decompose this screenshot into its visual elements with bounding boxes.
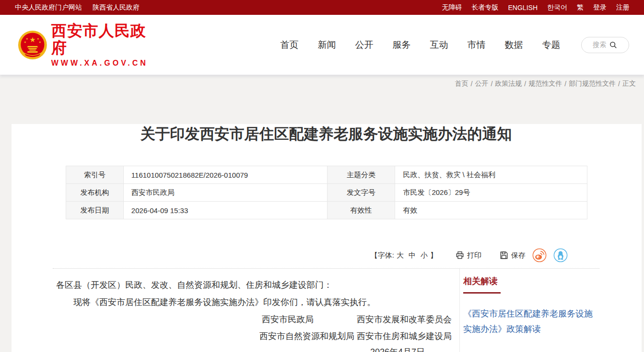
svg-text:★: ★ (39, 41, 41, 44)
meta-label-validity: 有效性 (327, 202, 395, 219)
breadcrumb: 首页 / 公开 / 政策法规 / 规范性文件 / 部门规范性文件 / 正文 (0, 75, 644, 92)
font-size-label: 【字体: (371, 251, 394, 260)
meta-value-index-no: 11610100750218682E/2026-010079 (123, 166, 327, 184)
breadcrumb-separator: / (618, 80, 620, 88)
breadcrumb-separator: / (491, 80, 492, 88)
national-emblem-icon: ★ ★ ★ ★ ★ (18, 30, 47, 60)
font-size-medium-button[interactable]: 中 (409, 251, 416, 260)
link-login[interactable]: 登录 (593, 3, 607, 12)
article-toolbar: 【字体: 大 中 小 】 打印 保存 (53, 248, 599, 269)
related-reading-panel: 相关解读 《西安市居住区配建养老服务设施实施办法》政策解读 (459, 269, 599, 352)
font-size-small-button[interactable]: 小 (421, 251, 428, 260)
printer-icon (456, 251, 464, 260)
top-bar-left-links: 中央人民政府门户网站 陕西省人民政府 (15, 3, 150, 12)
link-korean[interactable]: 한국어 (547, 3, 567, 12)
related-reading-link[interactable]: 《西安市居住区配建养老服务设施实施办法》政策解读 (463, 306, 597, 337)
breadcrumb-normative-docs[interactable]: 规范性文件 (528, 79, 562, 88)
related-reading-title: 相关解读 (463, 275, 599, 287)
site-title-block: 西安市人民政府 WWW.XA.GOV.CN (51, 22, 158, 68)
top-bar-right-links: 无障碍 长者专版 ENGLISH 한국어 繁 登录 注册 (433, 3, 630, 12)
main-nav: 首页 新闻 公开 服务 互动 市情 数据 专题 (271, 39, 570, 51)
nav-disclosure[interactable]: 公开 (355, 39, 374, 51)
document-card: 关于印发西安市居住区配建养老服务设施实施办法的通知 索引号 1161010075… (12, 124, 642, 352)
breadcrumb-policy[interactable]: 政策法规 (495, 79, 522, 88)
breadcrumb-current: 正文 (622, 79, 636, 88)
meta-row: 发布机构 西安市民政局 发文字号 市民发〔2026〕29号 (66, 184, 587, 202)
top-gov-bar: 中央人民政府门户网站 陕西省人民政府 无障碍 长者专版 ENGLISH 한국어 … (0, 0, 644, 15)
signature-date: 2026年4月7日 (56, 344, 459, 352)
breadcrumb-separator: / (564, 80, 566, 88)
nav-data[interactable]: 数据 (505, 39, 523, 51)
font-size-large-button[interactable]: 大 (397, 251, 404, 260)
related-reading-title-underline (463, 292, 501, 294)
link-register[interactable]: 注册 (616, 3, 630, 12)
link-shaanxi-gov[interactable]: 陕西省人民政府 (93, 3, 140, 12)
site-name: 西安市人民政府 (51, 22, 158, 57)
link-traditional-chinese[interactable]: 繁 (577, 3, 584, 12)
search-box[interactable]: 搜索 (581, 37, 629, 53)
print-button[interactable]: 打印 (456, 251, 481, 260)
search-icon (609, 41, 617, 49)
breadcrumb-dept-normative-docs[interactable]: 部门规范性文件 (569, 79, 616, 88)
breadcrumb-home[interactable]: 首页 (455, 79, 468, 88)
nav-news[interactable]: 新闻 (318, 39, 336, 51)
svg-text:★: ★ (29, 36, 35, 44)
nav-home[interactable]: 首页 (281, 39, 299, 51)
meta-row: 发布日期 2026-04-09 15:33 有效性 有效 (66, 202, 587, 219)
breadcrumb-separator: / (471, 80, 473, 88)
signature-line-2: 西安市自然资源和规划局 西安市住房和城乡建设局 (56, 329, 459, 344)
article-body: 各区县（开发区）民政、发改、自然资源和规划、住房和城乡建设部门： 现将《西安市居… (53, 269, 459, 352)
breadcrumb-separator: / (524, 80, 526, 88)
nav-topics[interactable]: 专题 (542, 39, 561, 51)
share-qq-icon[interactable] (553, 248, 568, 262)
nav-services[interactable]: 服务 (393, 39, 411, 51)
document-meta-table: 索引号 11610100750218682E/2026-010079 主题分类 … (66, 166, 587, 219)
svg-text:★: ★ (37, 37, 39, 40)
meta-label-issuer: 发布机构 (66, 184, 124, 202)
link-central-gov[interactable]: 中央人民政府门户网站 (15, 3, 82, 12)
site-logo[interactable]: ★ ★ ★ ★ ★ 西安市人民政府 WWW.XA.GOV.CN (18, 22, 158, 68)
font-size-control: 【字体: 大 中 小 】 (371, 251, 437, 260)
article-paragraph: 现将《西安市居住区配建养老服务设施实施办法》印发你们，请认真落实执行。 (56, 294, 459, 311)
share-weibo-icon[interactable] (532, 248, 547, 262)
meta-row: 索引号 11610100750218682E/2026-010079 主题分类 … (66, 166, 587, 184)
meta-label-publish-date: 发布日期 (66, 202, 124, 219)
meta-label-index-no: 索引号 (66, 166, 124, 184)
meta-value-validity: 有效 (395, 202, 587, 219)
article-main-row: 各区县（开发区）民政、发改、自然资源和规划、住房和城乡建设部门： 现将《西安市居… (53, 269, 599, 352)
meta-label-topic: 主题分类 (327, 166, 395, 184)
link-english[interactable]: ENGLISH (508, 4, 538, 11)
font-size-label-end: 】 (430, 251, 437, 260)
nav-city-info[interactable]: 市情 (468, 39, 486, 51)
link-accessibility[interactable]: 无障碍 (442, 3, 462, 12)
svg-text:★: ★ (24, 41, 26, 44)
document-title: 关于印发西安市居住区配建养老服务设施实施办法的通知 (53, 124, 599, 144)
meta-label-doc-number: 发文字号 (327, 184, 395, 202)
breadcrumb-disclosure[interactable]: 公开 (475, 79, 488, 88)
signature-line-1: 西安市民政局 西安市发展和改革委员会 (56, 312, 459, 328)
meta-value-topic: 民政、扶贫、救灾 \ 社会福利 (395, 166, 587, 184)
meta-value-publish-date: 2026-04-09 15:33 (123, 202, 327, 219)
search-label: 搜索 (593, 41, 606, 49)
meta-value-issuer: 西安市民政局 (123, 184, 327, 202)
link-senior-version[interactable]: 长者专版 (472, 3, 499, 12)
site-url: WWW.XA.GOV.CN (51, 59, 158, 68)
svg-text:★: ★ (26, 37, 28, 40)
nav-interaction[interactable]: 互动 (430, 39, 448, 51)
save-button[interactable]: 保存 (500, 251, 526, 260)
article-salutation: 各区县（开发区）民政、发改、自然资源和规划、住房和城乡建设部门： (56, 276, 459, 294)
save-label: 保存 (511, 251, 526, 260)
meta-value-doc-number: 市民发〔2026〕29号 (395, 184, 587, 202)
print-label: 打印 (467, 251, 481, 260)
save-icon (500, 251, 508, 260)
site-header: ★ ★ ★ ★ ★ 西安市人民政府 WWW.XA.GOV.CN 首页 新闻 公开… (0, 15, 644, 75)
